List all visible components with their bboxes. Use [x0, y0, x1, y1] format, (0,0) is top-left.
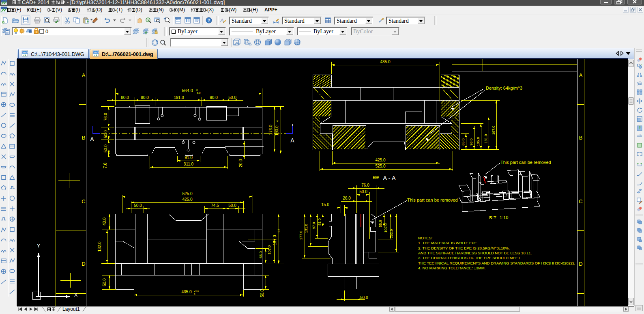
- svg-text:80.0: 80.0: [121, 95, 129, 100]
- svg-text:(X): (X): [207, 7, 214, 13]
- svg-text:B: B: [82, 135, 86, 141]
- svg-text:26.0: 26.0: [343, 196, 351, 200]
- svg-text:1:10: 1:10: [500, 215, 508, 220]
- svg-text:Y: Y: [37, 243, 41, 249]
- svg-text:435.0: 435.0: [380, 60, 390, 64]
- svg-text:176.0: 176.0: [268, 125, 273, 135]
- svg-text:190.0: 190.0: [275, 125, 279, 135]
- svg-text:(N): (N): [157, 7, 164, 13]
- svg-text:191.0: 191.0: [174, 95, 184, 100]
- svg-text:0: 0: [196, 89, 198, 91]
- svg-text:101.0: 101.0: [267, 245, 271, 255]
- svg-text:131.0: 131.0: [484, 134, 488, 144]
- svg-text:THE TECHNICAL REQUIREMENTS AND: THE TECHNICAL REQUIREMENTS AND DRAWING S…: [418, 261, 575, 265]
- svg-text:(T): (T): [116, 7, 122, 13]
- svg-text:CAD+ 2014: CAD+ 2014: [22, 0, 49, 5]
- svg-text:525.0: 525.0: [182, 191, 192, 196]
- svg-text:50.0: 50.0: [103, 130, 108, 138]
- svg-text:D: D: [579, 261, 582, 267]
- svg-text:APP+: APP+: [264, 7, 277, 13]
- svg-text:3. THE CHARACTERISTICS OF THE: 3. THE CHARACTERISTICS OF THE EPE SHOULD…: [418, 256, 520, 260]
- svg-text:525.0: 525.0: [375, 164, 385, 168]
- svg-text:B: B: [579, 135, 583, 141]
- svg-text:(D): (D): [135, 7, 142, 13]
- svg-text:(E): (E): [35, 7, 41, 13]
- svg-text:C: C: [82, 198, 85, 204]
- svg-text:50.0: 50.0: [359, 189, 367, 194]
- svg-text:A: A: [290, 137, 294, 144]
- svg-text:(M): (M): [178, 7, 185, 13]
- svg-text:50.0: 50.0: [228, 95, 236, 100]
- svg-text:425.0: 425.0: [182, 197, 192, 202]
- svg-text:425.0: 425.0: [375, 158, 385, 162]
- svg-text:50.0: 50.0: [228, 203, 236, 208]
- svg-text:(V): (V): [56, 7, 62, 13]
- svg-text:+0.5: +0.5: [277, 228, 280, 234]
- svg-text:311.0: 311.0: [184, 162, 194, 166]
- svg-text:91.0: 91.0: [185, 155, 193, 160]
- svg-text:50.0: 50.0: [260, 289, 264, 297]
- svg-text:A: A: [579, 72, 583, 78]
- svg-text:Density: 64kg/m^3: Density: 64kg/m^3: [486, 86, 522, 90]
- svg-text:132.0: 132.0: [97, 241, 102, 252]
- svg-text:D: D: [82, 261, 85, 267]
- svg-text:76.0: 76.0: [361, 183, 369, 187]
- svg-text:197.0: 197.0: [273, 235, 277, 245]
- svg-text:20.0: 20.0: [238, 159, 243, 167]
- svg-text:102.0: 102.0: [384, 224, 388, 233]
- svg-text:96.0: 96.0: [469, 138, 473, 146]
- svg-text:80.0: 80.0: [141, 95, 149, 100]
- svg-text:152.0: 152.0: [389, 229, 393, 239]
- svg-text:50.0: 50.0: [360, 295, 368, 300]
- svg-text:564.0: 564.0: [182, 88, 193, 93]
- svg-text:(O): (O): [95, 7, 102, 13]
- svg-text:50.0: 50.0: [102, 278, 107, 286]
- svg-text:?: ?: [208, 18, 210, 23]
- svg-text:7.0: 7.0: [103, 163, 107, 168]
- svg-text:50.0: 50.0: [103, 144, 108, 153]
- svg-text:76.0: 76.0: [103, 113, 108, 121]
- svg-text:A: A: [82, 72, 86, 78]
- svg-text:(H): (H): [251, 7, 258, 13]
- svg-text:4. NO MARKING TOLERANCE: ±3MM.: 4. NO MARKING TOLERANCE: ±3MM.: [418, 266, 485, 270]
- svg-text:+3.0: +3.0: [194, 290, 199, 292]
- svg-text:-5.0: -5.0: [196, 92, 201, 94]
- svg-text:- [D:\lyp\H3C\2014-12-11\HH3C8: - [D:\lyp\H3C\2014-12-11\HH3C88461332-A0…: [67, 0, 225, 5]
- svg-text:(F): (F): [15, 7, 21, 13]
- svg-text:105.0: 105.0: [476, 137, 480, 146]
- svg-text:This part can be removed: This part can be removed: [500, 160, 551, 165]
- svg-text:65.0: 65.0: [461, 138, 465, 146]
- svg-text:40.0: 40.0: [102, 217, 107, 226]
- svg-text:55.0: 55.0: [378, 220, 382, 227]
- svg-text:NOTES:: NOTES:: [418, 236, 432, 240]
- svg-text:X: X: [74, 292, 78, 298]
- svg-text:66.0: 66.0: [259, 251, 263, 258]
- svg-text:A: A: [90, 136, 94, 142]
- svg-text:435.0: 435.0: [181, 290, 191, 294]
- svg-text:C: C: [579, 198, 582, 204]
- svg-text:0: 0: [276, 120, 279, 122]
- svg-text:Layout1: Layout1: [62, 306, 80, 312]
- svg-text:(I): (I): [75, 7, 80, 13]
- svg-text:197.0: 197.0: [492, 126, 496, 135]
- svg-text:2. THE DENSITY OF THE EPE IS 2: 2. THE DENSITY OF THE EPE IS 28.5KG/M^3±…: [418, 246, 510, 250]
- svg-text:15.0: 15.0: [321, 202, 329, 207]
- svg-text:0: 0: [45, 28, 48, 34]
- svg-text:177.0: 177.0: [299, 231, 303, 240]
- svg-text:90.0: 90.0: [210, 95, 218, 100]
- svg-text:51.0: 51.0: [318, 218, 322, 226]
- svg-text:74.5: 74.5: [211, 203, 219, 208]
- svg-text:(W): (W): [229, 7, 236, 13]
- svg-text:1. THE MATERIAL IS WHITE EPE.: 1. THE MATERIAL IS WHITE EPE.: [418, 241, 478, 245]
- svg-text:A - A: A - A: [383, 174, 396, 181]
- svg-text:This part can be removed: This part can be removed: [407, 198, 458, 202]
- svg-text:50.0: 50.0: [134, 203, 142, 208]
- svg-text:97.0: 97.0: [312, 222, 316, 229]
- svg-text:AND THE SURFACE HARDNESS SHOUL: AND THE SURFACE HARDNESS SHOULD NOT BE L…: [418, 251, 532, 255]
